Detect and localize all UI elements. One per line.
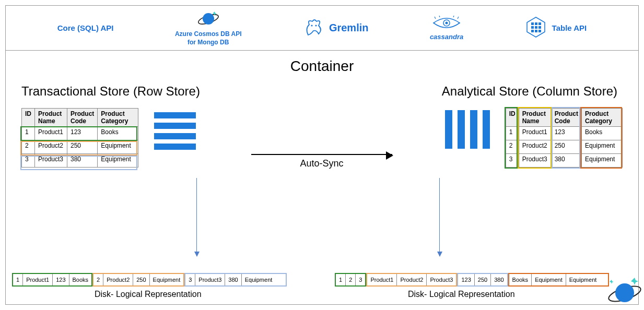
api-cassandra-label: cassandra [430, 33, 463, 41]
row-table-wrap: ID Product Name Product Code Product Cat… [21, 108, 138, 168]
svg-rect-11 [535, 26, 537, 29]
svg-rect-9 [538, 22, 541, 25]
disk-right-ids: 123 [335, 273, 366, 287]
api-core-label: Core (SQL) API [57, 23, 114, 32]
disk-left-block1: 1Product1123Books [12, 273, 92, 287]
auto-sync-label: Auto-Sync [251, 158, 392, 169]
auto-sync-arrow: Auto-Sync [251, 154, 392, 169]
svg-rect-12 [538, 26, 541, 29]
th-cat: Product Category [98, 109, 138, 127]
svg-rect-7 [531, 22, 534, 25]
disk-right-codes: 123250380 [457, 273, 508, 287]
row-bars-icon [154, 112, 196, 150]
svg-rect-14 [535, 30, 537, 32]
disk-right: 123 Product1Product2Product3 123250380 B… [335, 273, 609, 287]
disk-right-names: Product1Product2Product3 [366, 273, 457, 287]
disk-right-cats: BooksEquipmentEquipment [508, 273, 610, 287]
api-cassandra: cassandra [430, 16, 463, 41]
api-bar: Core (SQL) API Azure Cosmos DB API for M… [6, 6, 638, 51]
api-mongo: Azure Cosmos DB API for Mongo DB [175, 10, 242, 46]
th-name: Product Name [35, 109, 67, 127]
api-core-sql: Core (SQL) API [57, 23, 114, 32]
api-gremlin: Gremlin [303, 18, 369, 38]
api-table: Table API [525, 16, 587, 40]
api-mongo-label1: Azure Cosmos DB API [175, 30, 242, 38]
svg-rect-8 [535, 22, 537, 25]
gremlin-icon [303, 18, 324, 38]
planet-icon [197, 10, 219, 29]
cassandra-eye-icon [432, 16, 461, 32]
disk-left-block2: 2Product2250Equipment [92, 273, 184, 287]
disk-left-block3: 3Product3380Equipment [184, 273, 287, 287]
varrow-right [439, 178, 440, 256]
svg-point-2 [311, 25, 312, 26]
disk-label-right: Disk- Logical Representation [408, 290, 515, 299]
th-id: ID [22, 109, 35, 127]
svg-rect-13 [531, 30, 534, 32]
svg-point-5 [446, 21, 448, 24]
api-table-label: Table API [552, 23, 587, 32]
svg-point-17 [615, 283, 634, 302]
planet-icon-corner [605, 276, 641, 307]
col-table: ID Product Name Product Code Product Cat… [506, 108, 623, 168]
svg-point-3 [315, 25, 317, 26]
row-table: ID Product Name Product Code Product Cat… [21, 108, 138, 168]
varrow-left [196, 178, 197, 256]
svg-rect-10 [531, 26, 534, 29]
right-title: Analytical Store (Column Store) [330, 84, 623, 99]
svg-rect-15 [538, 30, 541, 32]
hex-grid-icon [525, 16, 547, 40]
api-gremlin-label: Gremlin [329, 22, 369, 34]
th-code: Product Code [67, 109, 98, 127]
api-mongo-label2: for Mongo DB [188, 39, 229, 46]
col-table-wrap: ID Product Name Product Code Product Cat… [506, 108, 623, 168]
svg-point-1 [203, 13, 214, 25]
disk-left: 1Product1123Books 2Product2250Equipment … [12, 273, 287, 287]
container-title: Container [6, 58, 638, 75]
disk-label-left: Disk- Logical Representation [95, 290, 202, 299]
col-bars-icon [445, 110, 490, 149]
left-title: Transactional Store (Row Store) [21, 84, 314, 99]
diagram-frame: Core (SQL) API Azure Cosmos DB API for M… [5, 5, 639, 305]
